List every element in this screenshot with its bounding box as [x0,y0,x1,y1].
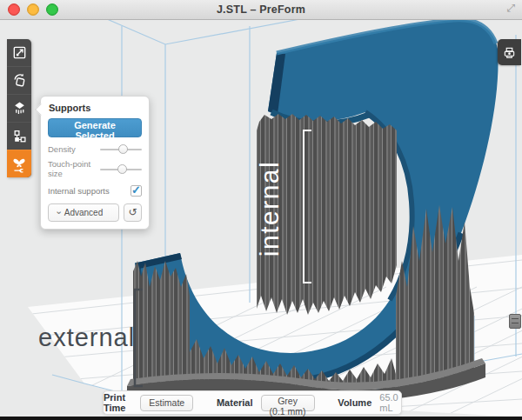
supports-panel: Supports Generate Selected Density Touch… [40,96,150,230]
internal-supports-label: Internal supports [48,186,130,196]
preform-window: internal external J.STL – PreForm ⤢ [0,0,522,420]
rotate-icon [12,73,27,88]
titlebar: J.STL – PreForm ⤢ [0,0,522,20]
material-button[interactable]: Grey (0.1 mm) [261,395,315,411]
scale-icon [12,45,27,60]
density-slider[interactable] [100,144,142,154]
window-bottom-edge [0,417,522,420]
layout-icon [12,129,27,143]
chevron-down-icon: ⌄ [55,205,63,217]
density-slider-handle[interactable] [118,144,128,154]
density-label: Density [48,144,100,154]
external-label: external [38,323,135,351]
reset-icon: ↺ [128,206,137,218]
orient-tool-button[interactable] [7,66,31,94]
print-time-label: Print Time [104,392,132,413]
fullscreen-icon[interactable]: ⤢ [506,2,515,14]
advanced-button[interactable]: ⌄ Advanced [48,203,119,222]
volume-value: 65.0 mL [379,392,401,413]
internal-supports-checkbox[interactable]: ✓ [130,185,142,197]
butterfly-print-icon [11,156,27,173]
touch-point-slider-handle[interactable] [117,164,127,174]
touch-point-slider[interactable] [100,164,142,174]
supports-tool-button[interactable] [7,94,31,122]
supports-icon [12,101,27,116]
advanced-button-label: Advanced [64,208,103,217]
volume-label: Volume [338,397,371,408]
size-tool-button[interactable] [7,39,31,66]
printer-icon [503,46,516,59]
check-icon: ✓ [131,183,141,197]
print-tool-button[interactable] [7,150,31,177]
window-title: J.STL – PreForm [0,3,522,16]
status-bar: Print Time Estimate Material Grey (0.1 m… [103,390,402,415]
advanced-row: ⌄ Advanced ↺ [48,203,142,222]
supports-panel-title: Supports [49,103,142,113]
internal-supports-row: Internal supports ✓ [48,185,142,197]
printer-panel-tab[interactable] [498,39,521,65]
estimate-button[interactable]: Estimate [140,395,193,411]
internal-label: internal [255,161,284,257]
layout-tool-button[interactable] [7,122,31,150]
tool-sidebar [7,39,31,177]
touch-point-label: Touch-point size [48,159,100,178]
generate-selected-button[interactable]: Generate Selected [48,118,142,137]
touch-point-row: Touch-point size [48,159,142,178]
material-label: Material [217,397,253,408]
reset-button[interactable]: ↺ [124,203,142,222]
density-row: Density [48,144,142,154]
build-platform-handle[interactable] [509,314,521,329]
